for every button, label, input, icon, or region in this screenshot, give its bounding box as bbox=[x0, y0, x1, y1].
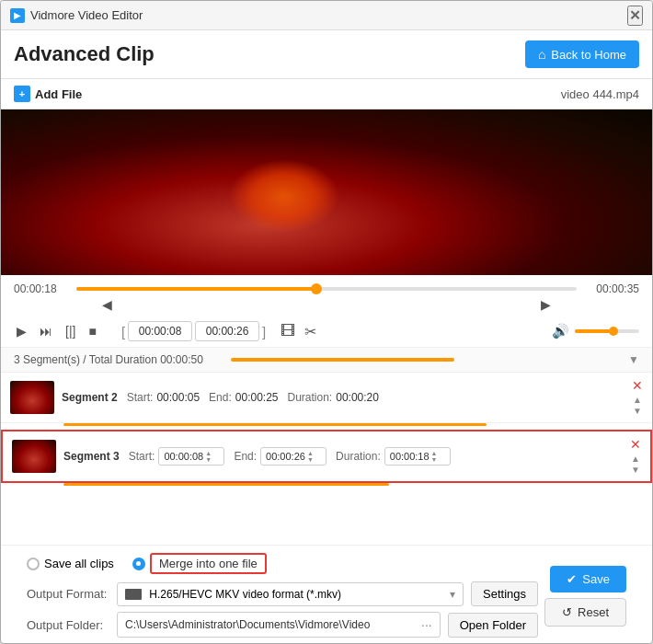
film-cut-icon[interactable]: ✂ bbox=[304, 323, 316, 340]
segment-2-start-value: 00:00:05 bbox=[156, 391, 200, 404]
add-file-button[interactable]: + Add File bbox=[14, 86, 82, 102]
save-check-icon: ✔ bbox=[567, 572, 577, 586]
clip-marker-left-icon: ◀ bbox=[102, 297, 112, 312]
output-folder-row: Output Folder: C:\Users\Administrator\Do… bbox=[27, 612, 538, 638]
volume-slider[interactable] bbox=[575, 329, 639, 333]
segment-2-name: Segment 2 bbox=[62, 391, 118, 404]
save-all-label: Save all clips bbox=[44, 557, 114, 570]
segment-3-thumbnail bbox=[12, 440, 56, 473]
segment-2-duration-label: Duration: bbox=[288, 391, 333, 404]
segment-2-move-up-button[interactable]: ▲ bbox=[632, 395, 643, 406]
segment-3-delete-button[interactable]: ✕ bbox=[630, 437, 641, 452]
segment-3-move-buttons: ▲ ▼ bbox=[630, 454, 641, 476]
film-strip-icon[interactable]: 🎞 bbox=[281, 323, 295, 340]
clip-end-time[interactable]: 00:00:26 bbox=[195, 321, 259, 341]
fire-glow bbox=[229, 159, 339, 233]
merge-into-one-option[interactable]: Merge into one file bbox=[132, 553, 267, 574]
segment-2-info: Segment 2 Start: 00:00:05 End: 00:00:25 … bbox=[62, 391, 621, 404]
play-button[interactable]: ▶ bbox=[14, 321, 29, 341]
add-file-bar: + Add File video 444.mp4 bbox=[1, 78, 652, 109]
segment-3-bar bbox=[63, 483, 389, 486]
save-button[interactable]: ✔ Save bbox=[550, 566, 626, 592]
segment-3-name: Segment 3 bbox=[63, 450, 120, 463]
segment-3-duration-value: 00:00:18 bbox=[390, 451, 430, 462]
merge-one-radio[interactable] bbox=[132, 558, 145, 570]
add-file-icon: + bbox=[14, 86, 30, 102]
app-icon: ▶ bbox=[10, 8, 25, 23]
header-row: Advanced Clip ⌂ Back to Home bbox=[1, 30, 652, 78]
back-to-home-button[interactable]: ⌂ Back to Home bbox=[525, 40, 639, 68]
volume-thumb[interactable] bbox=[609, 327, 618, 336]
time-display-group: [ 00:00:08 00:00:26 ] bbox=[121, 321, 266, 341]
segment-3-move-up-button[interactable]: ▲ bbox=[630, 454, 641, 465]
timeline-end-time: 00:00:35 bbox=[584, 282, 639, 295]
bottom-area: Save all clips Merge into one file Outpu… bbox=[1, 546, 652, 643]
folder-browse-button[interactable]: ··· bbox=[421, 617, 432, 632]
save-all-radio[interactable] bbox=[27, 558, 40, 570]
timeline-track[interactable] bbox=[76, 287, 577, 291]
output-folder-path: C:\Users\Administrator\Documents\Vidmore… bbox=[117, 612, 441, 638]
step-forward-button[interactable]: ⏭ bbox=[37, 321, 55, 341]
segment-2-delete-button[interactable]: ✕ bbox=[632, 378, 643, 393]
app-title: Vidmore Video Editor bbox=[30, 8, 143, 22]
timeline-fill bbox=[76, 287, 316, 291]
title-bar: ▶ Vidmore Video Editor ✕ bbox=[1, 1, 652, 30]
reset-icon: ↺ bbox=[562, 605, 572, 619]
segment-3-end-input[interactable]: 00:00:26 ▲▼ bbox=[260, 447, 326, 466]
current-filename: video 444.mp4 bbox=[561, 87, 639, 101]
segment-2-move-buttons: ▲ ▼ bbox=[632, 395, 643, 417]
page-title: Advanced Clip bbox=[14, 42, 155, 66]
merge-into-one-label: Merge into one file bbox=[150, 553, 267, 574]
open-folder-button[interactable]: Open Folder bbox=[448, 613, 538, 638]
segment-3-move-down-button[interactable]: ▼ bbox=[630, 465, 641, 476]
save-label: Save bbox=[582, 572, 610, 586]
video-preview bbox=[1, 109, 652, 275]
segment-2-actions: ✕ ▲ ▼ bbox=[632, 378, 643, 417]
close-button[interactable]: ✕ bbox=[627, 6, 643, 26]
segment-2-end-label: End: bbox=[209, 391, 232, 404]
duration-stepper-icon[interactable]: ▲▼ bbox=[431, 450, 438, 463]
action-buttons: ✔ Save ↺ Reset bbox=[544, 558, 639, 634]
output-format-value: H.265/HEVC MKV video format (*.mkv) bbox=[149, 588, 341, 601]
controls-row: ▶ ⏭ [|] ■ [ 00:00:08 00:00:26 ] 🎞 ✂ 🔊 bbox=[1, 316, 652, 348]
start-stepper-icon[interactable]: ▲▼ bbox=[205, 450, 212, 463]
film-icons: 🎞 ✂ bbox=[281, 323, 316, 340]
reset-label: Reset bbox=[578, 605, 609, 619]
segment-3-start-label: Start: bbox=[129, 450, 155, 463]
segment-2-end-field: End: 00:00:25 bbox=[209, 391, 278, 404]
segments-header: 3 Segment(s) / Total Duration 00:00:50 ▼ bbox=[1, 348, 652, 373]
segment-3-end-field: End: 00:00:26 ▲▼ bbox=[234, 447, 326, 466]
segment-3-duration-label: Duration: bbox=[336, 450, 381, 463]
bracket-button[interactable]: [|] bbox=[63, 321, 78, 341]
timeline-thumb[interactable] bbox=[311, 283, 322, 294]
end-stepper-icon[interactable]: ▲▼ bbox=[307, 450, 314, 463]
reset-button[interactable]: ↺ Reset bbox=[544, 598, 626, 627]
add-file-label: Add File bbox=[35, 87, 82, 101]
segment-3-end-value: 00:00:26 bbox=[266, 451, 305, 462]
output-format-select[interactable]: H.265/HEVC MKV video format (*.mkv) ▾ bbox=[117, 582, 464, 606]
segment-3-start-input[interactable]: 00:00:08 ▲▼ bbox=[158, 447, 224, 466]
volume-group: 🔊 bbox=[552, 323, 639, 339]
thumb-bg bbox=[12, 440, 56, 473]
folder-path-text: C:\Users\Administrator\Documents\Vidmore… bbox=[125, 618, 370, 631]
output-section: Save all clips Merge into one file Outpu… bbox=[14, 546, 551, 643]
segment-2-end-value: 00:00:25 bbox=[235, 391, 279, 404]
save-all-clips-option[interactable]: Save all clips bbox=[27, 557, 114, 570]
volume-fill bbox=[575, 329, 613, 333]
settings-button[interactable]: Settings bbox=[471, 581, 538, 606]
stop-button[interactable]: ■ bbox=[86, 321, 98, 341]
segment-2-bar bbox=[63, 423, 487, 426]
segment-2-move-down-button[interactable]: ▼ bbox=[632, 406, 643, 417]
segment-3-duration-input[interactable]: 00:00:18 ▲▼ bbox=[384, 447, 451, 466]
segments-total-bar bbox=[231, 358, 454, 362]
segment-2-duration-field: Duration: 00:00:20 bbox=[288, 391, 379, 404]
chevron-down-icon: ▼ bbox=[628, 353, 639, 366]
output-format-row: Output Format: H.265/HEVC MKV video form… bbox=[27, 581, 538, 606]
format-icon bbox=[125, 589, 142, 600]
clip-start-time[interactable]: 00:00:08 bbox=[128, 321, 192, 341]
home-icon: ⌂ bbox=[538, 47, 545, 62]
segment-3-start-value: 00:00:08 bbox=[164, 451, 203, 462]
bracket-right: ] bbox=[262, 324, 266, 339]
main-window: ▶ Vidmore Video Editor ✕ Advanced Clip ⌂… bbox=[0, 0, 653, 644]
format-select-chevron-icon: ▾ bbox=[450, 588, 455, 601]
